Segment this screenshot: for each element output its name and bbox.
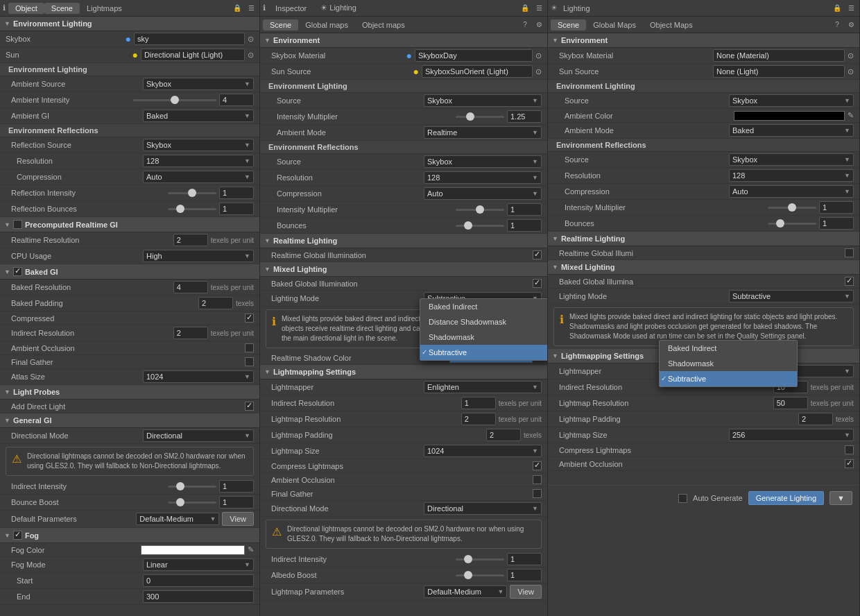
resolution-dropdown-1[interactable]: 128 ▼ [143, 155, 254, 167]
add-direct-checkbox-1[interactable] [245, 402, 254, 411]
indirect-intensity-input-2[interactable] [507, 553, 542, 565]
dropdown-item-subtractive-2[interactable]: ✓ Subtractive [420, 345, 548, 360]
refl-intensity-input-1[interactable] [219, 187, 254, 199]
bounce-boost-input-1[interactable] [219, 496, 254, 508]
res-refl-dropdown-3[interactable]: 128 ▼ [729, 169, 854, 182]
pencil-icon-1[interactable]: ✎ [248, 545, 254, 554]
indirect-res-input-1[interactable] [173, 327, 208, 339]
baked-res-input-1[interactable] [173, 281, 208, 293]
final-gather-checkbox-2[interactable] [533, 489, 542, 498]
bounces-slider-3[interactable] [768, 223, 816, 225]
realtime-lighting-header-3[interactable]: ▼ Realtime Lighting [548, 232, 859, 246]
compression-refl-dropdown-3[interactable]: Auto ▼ [729, 185, 854, 198]
mixed-lighting-header-3[interactable]: ▼ Mixed Lighting [548, 260, 859, 275]
tab-object-maps-2[interactable]: Object maps [355, 19, 412, 31]
dropdown-item-distance-shadowmask-2[interactable]: Distance Shadowmask [420, 314, 548, 330]
fog-checkbox-1[interactable] [13, 531, 22, 540]
lightmap-params-dropdown-2[interactable]: Default-Medium ▼ [424, 585, 507, 598]
indirect-res-input-2[interactable] [461, 397, 496, 409]
dropdown-item-shadowmask-3[interactable]: Shadowmask [660, 356, 797, 371]
ambient-occ-checkbox-3[interactable] [845, 459, 854, 468]
indirect-intensity-slider-2[interactable] [456, 558, 504, 561]
tab-object-1[interactable]: Object [8, 3, 44, 14]
intensity-mult-refl-input-3[interactable] [819, 201, 854, 214]
env-header-2[interactable]: ▼ Environment [260, 33, 547, 48]
albedo-boost-slider-2[interactable] [456, 574, 504, 576]
realtime-gi-checkbox-3[interactable] [845, 248, 854, 257]
tab-scene-1[interactable]: Scene [44, 3, 80, 14]
sun-source-input-2[interactable] [422, 65, 533, 78]
compress-lightmaps-checkbox-2[interactable] [533, 461, 542, 470]
help-icon-2[interactable]: ? [519, 19, 531, 31]
help-icon-3[interactable]: ? [832, 19, 843, 31]
generate-dropdown-button-3[interactable]: ▼ [829, 491, 852, 505]
compress-lightmaps-checkbox-3[interactable] [845, 445, 854, 454]
lighting-mode-popup-3[interactable]: Baked Indirect Shadowmask ✓ Subtractive [659, 340, 798, 387]
light-probes-header-1[interactable]: ▼ Light Probes [0, 385, 259, 400]
tab-inspector-2[interactable]: Inspector [268, 3, 313, 14]
settings-icon-2[interactable]: ⚙ [533, 19, 544, 31]
indirect-intensity-input-1[interactable] [219, 480, 254, 493]
tab-object-maps-3[interactable]: Object Maps [643, 19, 700, 31]
sun-source-icon-2[interactable]: ⊙ [535, 67, 542, 76]
default-params-dropdown-1[interactable]: Default-Medium ▼ [136, 513, 219, 525]
env-header-3[interactable]: ▼ Environment [548, 33, 859, 48]
refl-bounces-slider-1[interactable] [168, 208, 216, 210]
baked-global-illum-checkbox-3[interactable] [845, 277, 854, 286]
baked-global-illum-checkbox-2[interactable] [533, 279, 542, 288]
intensity-mult-slider-2[interactable] [456, 116, 504, 118]
lightmap-padding-input-3[interactable] [798, 413, 833, 425]
ambient-mode-dropdown-3[interactable]: Baked ▼ [729, 124, 854, 137]
lightmapper-dropdown-2[interactable]: Enlighten ▼ [424, 381, 542, 393]
indirect-intensity-slider-1[interactable] [168, 486, 216, 488]
final-gather-checkbox-1[interactable] [245, 357, 254, 366]
menu-icon-3[interactable]: ☰ [845, 3, 857, 14]
tab-lightmaps-1[interactable]: Lightmaps [80, 3, 129, 14]
ambient-intensity-input-1[interactable] [219, 94, 254, 106]
lightmap-res-input-3[interactable] [773, 397, 808, 409]
sun-icon-1[interactable]: ⊙ [248, 51, 254, 60]
skybox-mat-input-2[interactable] [415, 49, 533, 62]
bounce-boost-slider-1[interactable] [168, 502, 216, 504]
reflection-source-dropdown-1[interactable]: Skybox ▼ [143, 139, 254, 151]
tab-global-maps-2[interactable]: Global maps [298, 19, 355, 31]
pencil-icon-ambient-3[interactable]: ✎ [848, 111, 854, 120]
tab-global-maps-3[interactable]: Global Maps [586, 19, 643, 31]
intensity-mult-refl-input-2[interactable] [507, 203, 542, 216]
skybox-mat-icon-3[interactable]: ⊙ [848, 51, 854, 60]
intensity-mult-refl-slider-2[interactable] [456, 209, 504, 211]
ambient-gi-dropdown-1[interactable]: Baked ▼ [143, 110, 254, 122]
sun-input-1[interactable] [141, 49, 245, 61]
refl-intensity-slider-1[interactable] [168, 192, 216, 194]
baked-padding-input-1[interactable] [198, 297, 233, 309]
skybox-mat-input-3[interactable] [713, 49, 845, 62]
lightmap-size-dropdown-3[interactable]: 256 ▼ [729, 429, 854, 441]
settings-icon-3[interactable]: ⚙ [845, 19, 857, 31]
cpu-usage-dropdown-1[interactable]: High ▼ [143, 250, 254, 262]
env-lighting-header-1[interactable]: ▼ Environment Lighting [0, 17, 259, 31]
dropdown-item-baked-indirect-2[interactable]: Baked Indirect [420, 299, 548, 314]
dropdown-item-shadowmask-2[interactable]: Shadowmask [420, 330, 548, 345]
intensity-mult-input-2[interactable] [507, 110, 542, 123]
realtime-lighting-header-2[interactable]: ▼ Realtime Lighting [260, 234, 547, 248]
ambient-occ-checkbox-1[interactable] [245, 343, 254, 352]
tab-scene-3[interactable]: Scene [551, 19, 586, 31]
lock-icon-3[interactable]: 🔒 [832, 3, 843, 14]
dropdown-item-baked-indirect-3[interactable]: Baked Indirect [660, 341, 797, 356]
intensity-mult-refl-slider-3[interactable] [768, 207, 816, 209]
baked-gi-checkbox-1[interactable] [13, 267, 22, 276]
lightmapping-header-2[interactable]: ▼ Lightmapping Settings [260, 365, 547, 379]
fog-color-swatch-1[interactable] [141, 545, 245, 555]
view-button-1[interactable]: View [222, 512, 254, 526]
source-refl-dropdown-3[interactable]: Skybox ▼ [729, 153, 854, 166]
sun-source-input-3[interactable] [713, 65, 845, 78]
menu-icon-2[interactable]: ☰ [533, 3, 544, 14]
skybox-icon-1[interactable]: ⊙ [248, 35, 254, 44]
ambient-color-swatch-3[interactable] [734, 111, 845, 121]
realtime-res-input-1[interactable] [173, 234, 208, 246]
lightmap-size-dropdown-2[interactable]: 1024 ▼ [424, 445, 542, 457]
precomputed-checkbox-1[interactable] [13, 220, 22, 229]
compressed-checkbox-1[interactable] [245, 314, 254, 323]
mixed-lighting-header-2[interactable]: ▼ Mixed Lighting [260, 262, 547, 277]
fog-mode-dropdown-1[interactable]: Linear ▼ [143, 558, 254, 571]
